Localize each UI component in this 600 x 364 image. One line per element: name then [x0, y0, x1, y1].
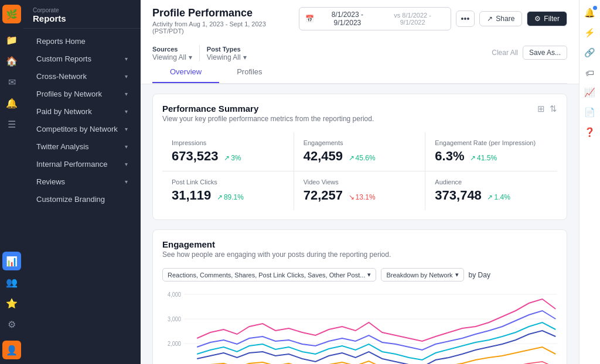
sidebar: Corporate Reports Reports Home Custom Re… — [23, 0, 141, 364]
sidebar-item-internal[interactable]: Internal Performance ▾ — [27, 156, 137, 173]
sources-dropdown[interactable]: Sources Viewing All ▾ — [152, 46, 192, 61]
filter-chevron-icon: ▾ — [367, 271, 371, 279]
chevron-icon: ▾ — [125, 161, 128, 167]
by-day-label: by Day — [469, 271, 490, 279]
metric-change: ↘ 13.1% — [349, 193, 376, 201]
sidebar-item-branding[interactable]: Customize Branding — [27, 191, 137, 208]
metric-audience: Audience 373,748 ↗ 1.4% — [425, 171, 557, 210]
engagement-card: Engagement See how people are engaging w… — [152, 229, 567, 364]
folder-icon[interactable]: 📁 — [2, 30, 21, 49]
messages-icon[interactable]: ✉ — [2, 73, 21, 91]
nav-label: Internal Performance — [36, 160, 107, 169]
chevron-icon: ▾ — [125, 126, 128, 132]
filter-button[interactable]: ⚙ Filter — [527, 11, 567, 26]
chevron-icon: ▾ — [125, 178, 128, 185]
chevron-icon: ▾ — [125, 108, 128, 115]
sidebar-item-competitors[interactable]: Competitors by Network ▾ — [27, 121, 137, 138]
sidebar-item-profiles-by-network[interactable]: Profiles by Network ▾ — [27, 85, 137, 102]
card-header: Performance Summary View your key profil… — [162, 104, 557, 123]
breakdown-label: Breakdown by Network — [386, 272, 452, 279]
sidebar-item-reviews[interactable]: Reviews ▾ — [27, 173, 137, 190]
help-icon[interactable]: ❓ — [582, 124, 598, 140]
filter-separator — [199, 45, 200, 61]
grid-icon[interactable]: ⊞ — [537, 104, 545, 114]
engagement-subtitle: See how people are engaging with your po… — [162, 250, 391, 259]
notifications-icon[interactable]: 🔔 — [582, 5, 598, 21]
metric-change: ↗ 89.1% — [217, 193, 244, 201]
app-logo-icon[interactable]: 🌿 — [2, 5, 21, 23]
filter-actions: Clear All Save As... — [492, 46, 567, 61]
nav-label: Cross-Network — [36, 72, 87, 81]
metric-change: ↗ 1.4% — [487, 193, 510, 201]
users-icon[interactable]: 👥 — [2, 273, 21, 291]
metric-value: 42,459 — [304, 149, 343, 163]
share-button[interactable]: ↗ Share — [479, 11, 522, 26]
svg-text:4,000: 4,000 — [168, 291, 181, 298]
metric-value: 673,523 — [172, 149, 219, 163]
sidebar-item-twitter[interactable]: Twitter Analysis ▾ — [27, 138, 137, 155]
page-header-top: Profile Performance Activity from Aug 1,… — [152, 7, 567, 35]
tab-overview[interactable]: Overview — [152, 61, 219, 83]
sources-value: Viewing All — [152, 53, 186, 61]
breakdown-chevron-icon: ▾ — [455, 271, 459, 279]
post-types-chevron-icon: ▾ — [243, 53, 247, 61]
sort-icon[interactable]: ⇅ — [550, 104, 557, 114]
nav-label: Competitors by Network — [36, 125, 118, 133]
metric-value: 373,748 — [435, 188, 482, 202]
home-icon[interactable]: 🏠 — [2, 51, 21, 70]
chevron-icon: ▾ — [125, 56, 128, 62]
sidebar-item-paid-by-network[interactable]: Paid by Network ▾ — [27, 103, 137, 120]
link-icon[interactable]: 🔗 — [582, 44, 598, 61]
metric-value-row: 673,523 ↗ 3% — [172, 149, 284, 164]
bell-icon[interactable]: 🔔 — [2, 94, 21, 112]
performance-summary-card: Performance Summary View your key profil… — [152, 94, 567, 220]
icon-rail: 🌿 📁 🏠 ✉ 🔔 ☰ 📊 👥 ⭐ ⚙ 👤 — [0, 0, 23, 364]
share-icon: ↗ — [487, 15, 493, 23]
breakdown-dropdown[interactable]: Breakdown by Network ▾ — [381, 268, 463, 281]
post-types-dropdown[interactable]: Post Types Viewing All ▾ — [207, 46, 247, 61]
metric-change: ↗ 3% — [224, 154, 241, 162]
sources-label: Sources — [152, 46, 192, 53]
settings-icon[interactable]: ⚙ — [2, 315, 21, 334]
tabs-row: Overview Profiles — [152, 61, 567, 84]
metric-value-row: 72,257 ↘ 13.1% — [304, 188, 416, 203]
post-types-value: Viewing All — [207, 53, 241, 61]
metric-value: 6.3% — [435, 149, 464, 163]
user-avatar[interactable]: 👤 — [2, 341, 21, 359]
title-group: Profile Performance Activity from Aug 1,… — [152, 7, 299, 35]
sidebar-title: Reports — [33, 13, 131, 23]
metric-label: Engagement Rate (per Impression) — [435, 139, 548, 146]
sources-chevron-icon: ▾ — [189, 53, 192, 61]
page-subtitle: Activity from Aug 1, 2023 - Sept 1, 2023… — [152, 20, 299, 35]
date-range-button[interactable]: 📅 8/1/2023 - 9/1/2023 vs 8/1/2022 - 9/1/… — [299, 7, 451, 30]
save-as-button[interactable]: Save As... — [523, 46, 567, 60]
metric-change: ↗ 41.5% — [470, 154, 497, 162]
chevron-icon: ▾ — [125, 73, 128, 80]
main-content: Profile Performance Activity from Aug 1,… — [141, 0, 579, 364]
more-options-button[interactable]: ••• — [456, 11, 475, 27]
analytics-icon[interactable]: 📈 — [582, 84, 598, 101]
tag-icon[interactable]: 🏷 — [582, 64, 598, 81]
sidebar-item-reports-home[interactable]: Reports Home — [27, 33, 137, 50]
chart-icon[interactable]: 📊 — [2, 252, 21, 270]
tab-profiles[interactable]: Profiles — [219, 61, 279, 83]
engagement-filter-dropdown[interactable]: Reactions, Comments, Shares, Post Link C… — [162, 268, 376, 281]
activity-icon[interactable]: ⚡ — [582, 25, 598, 41]
metric-video-views: Video Views 72,257 ↘ 13.1% — [294, 171, 426, 210]
sidebar-item-custom-reports[interactable]: Custom Reports ▾ — [27, 50, 137, 67]
metric-value: 72,257 — [304, 188, 343, 202]
sidebar-item-cross-network[interactable]: Cross-Network ▾ — [27, 68, 137, 85]
svg-text:2,000: 2,000 — [168, 341, 181, 348]
menu-icon[interactable]: ☰ — [2, 115, 21, 133]
nav-label: Profiles by Network — [36, 90, 102, 98]
metric-link-clicks: Post Link Clicks 31,119 ↗ 89.1% — [162, 171, 294, 210]
nav-label: Custom Reports — [36, 54, 91, 63]
card-icons: ⊞ ⇅ — [537, 104, 557, 114]
report-icon[interactable]: 📄 — [582, 104, 598, 121]
metric-value-row: 42,459 ↗ 45.6% — [304, 149, 416, 164]
card-title-group: Performance Summary View your key profil… — [162, 104, 374, 123]
chart-controls: Reactions, Comments, Shares, Post Link C… — [162, 268, 557, 281]
metric-engagements: Engagements 42,459 ↗ 45.6% — [294, 132, 426, 171]
clear-all-button[interactable]: Clear All — [492, 46, 518, 60]
star-icon[interactable]: ⭐ — [2, 294, 21, 313]
